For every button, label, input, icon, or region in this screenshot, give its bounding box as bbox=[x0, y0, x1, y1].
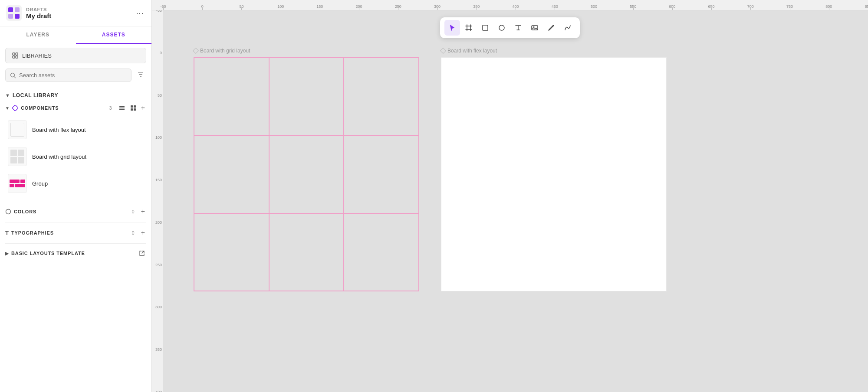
select-tool-icon bbox=[448, 24, 456, 32]
grid-thumb-icon bbox=[10, 150, 24, 163]
grid-board-label: Board with grid layout bbox=[194, 48, 250, 54]
group-thumb-icon bbox=[10, 180, 25, 187]
grid-cell-3 bbox=[344, 58, 419, 135]
tool-frame[interactable] bbox=[461, 20, 477, 36]
divider-3 bbox=[5, 243, 146, 244]
grid-cell-1 bbox=[194, 58, 269, 135]
grid-board[interactable] bbox=[194, 57, 419, 291]
libraries-button[interactable]: LIBRARIES bbox=[5, 48, 146, 63]
typographies-title: TYPOGRAPHIES bbox=[11, 230, 129, 235]
basic-layouts-header[interactable]: ▶ BASIC LAYOUTS TEMPLATE bbox=[0, 246, 151, 260]
ruler-top-tick bbox=[750, 7, 751, 10]
svg-line-10 bbox=[14, 76, 16, 78]
grid-cell-4 bbox=[194, 135, 269, 213]
tool-ellipse[interactable] bbox=[494, 20, 510, 36]
ruler-top-tick bbox=[477, 7, 477, 10]
ruler-top-tick bbox=[241, 7, 242, 10]
text-tool-icon bbox=[514, 24, 522, 32]
curve-tool-icon bbox=[564, 24, 572, 32]
ruler-left-mark: 50 bbox=[152, 93, 162, 98]
components-section: ▼ COMPONENTS 3 bbox=[0, 100, 151, 198]
tool-pen[interactable] bbox=[543, 20, 559, 36]
header-title-group: DRAFTS My draft bbox=[26, 7, 51, 20]
canvas[interactable]: Board with grid layout Board with flex l… bbox=[163, 10, 868, 392]
search-input-wrapper[interactable] bbox=[5, 69, 132, 82]
ruler-left-mark: 250 bbox=[152, 263, 162, 267]
component-thumb-group bbox=[8, 174, 27, 193]
drafts-label: DRAFTS bbox=[26, 7, 51, 12]
ruler-top-tick bbox=[437, 7, 438, 10]
svg-rect-5 bbox=[13, 53, 15, 55]
list-view-icon bbox=[118, 105, 125, 111]
tabs-row: LAYERS ASSETS bbox=[0, 26, 151, 44]
typographies-header[interactable]: T TYPOGRAPHIES 0 + bbox=[0, 225, 151, 241]
ruler-top-tick bbox=[516, 7, 516, 10]
svg-point-24 bbox=[499, 25, 504, 30]
basic-layouts-open[interactable] bbox=[138, 249, 146, 258]
tab-assets[interactable]: ASSETS bbox=[76, 26, 152, 44]
colors-icon bbox=[5, 209, 11, 215]
svg-rect-20 bbox=[131, 108, 133, 111]
svg-rect-18 bbox=[131, 105, 133, 108]
ruler-top-marks: -500501001502002503003504004505005506006… bbox=[163, 0, 868, 10]
tab-layers[interactable]: LAYERS bbox=[0, 26, 76, 44]
components-actions: + bbox=[117, 103, 146, 113]
sort-button[interactable] bbox=[135, 69, 146, 82]
basic-layouts-title: BASIC LAYOUTS TEMPLATE bbox=[11, 251, 135, 256]
divider-2 bbox=[5, 222, 146, 222]
tool-text[interactable] bbox=[510, 20, 526, 36]
typographies-add[interactable]: + bbox=[140, 228, 146, 238]
component-label-grid: Board with grid layout bbox=[32, 154, 86, 160]
grid-board-label-text: Board with grid layout bbox=[200, 48, 250, 54]
ruler-top-tick bbox=[829, 7, 829, 10]
component-item-flex[interactable]: Board with flex layout bbox=[3, 117, 148, 143]
ruler-left-mark: -50 bbox=[152, 10, 162, 13]
components-list-view[interactable] bbox=[117, 103, 127, 113]
pen-tool-icon bbox=[547, 24, 555, 32]
libraries-icon bbox=[12, 52, 19, 59]
ruler-top-tick bbox=[320, 7, 320, 10]
sort-icon bbox=[137, 71, 145, 78]
libraries-label: LIBRARIES bbox=[22, 52, 52, 59]
svg-rect-1 bbox=[8, 7, 13, 12]
basic-layouts-section: ▶ BASIC LAYOUTS TEMPLATE bbox=[0, 246, 151, 260]
ruler-top-tick bbox=[672, 7, 673, 10]
component-item-grid[interactable]: Board with grid layout bbox=[3, 144, 148, 170]
ruler-top-tick bbox=[398, 7, 398, 10]
grid-cell-7 bbox=[194, 213, 269, 291]
colors-title: COLORS bbox=[14, 209, 129, 214]
tool-image[interactable] bbox=[527, 20, 542, 36]
chevron-down-icon-components: ▼ bbox=[5, 106, 10, 111]
flex-board[interactable] bbox=[441, 57, 667, 291]
search-input[interactable] bbox=[19, 72, 127, 78]
more-options-button[interactable]: ⋯ bbox=[134, 7, 145, 20]
ruler-left-mark: 150 bbox=[152, 178, 162, 182]
components-header[interactable]: ▼ COMPONENTS 3 bbox=[0, 100, 151, 116]
project-name: My draft bbox=[26, 12, 51, 20]
ruler-top-tick bbox=[163, 7, 164, 10]
flex-board-label: Board with flex layout bbox=[441, 48, 497, 54]
component-thumb-flex bbox=[8, 120, 27, 139]
svg-point-22 bbox=[6, 209, 11, 214]
components-grid-view[interactable] bbox=[128, 103, 138, 113]
diamond-icon bbox=[12, 105, 18, 111]
component-item-group[interactable]: Group bbox=[3, 170, 148, 196]
tool-rect[interactable] bbox=[477, 20, 493, 36]
colors-header[interactable]: COLORS 0 + bbox=[0, 204, 151, 219]
flex-board-container: Board with flex layout bbox=[441, 57, 667, 291]
chevron-right-icon: ▶ bbox=[5, 251, 9, 256]
divider-1 bbox=[5, 201, 146, 201]
svg-rect-21 bbox=[134, 108, 136, 111]
external-link-icon bbox=[139, 250, 145, 256]
tool-curve[interactable] bbox=[560, 20, 575, 36]
local-library-header[interactable]: ▼ LOCAL LIBRARY bbox=[0, 89, 151, 100]
colors-add[interactable]: + bbox=[140, 206, 146, 217]
tool-select[interactable] bbox=[444, 20, 460, 36]
search-row bbox=[5, 69, 146, 82]
component-label-flex: Board with flex layout bbox=[32, 127, 86, 133]
svg-point-27 bbox=[553, 25, 554, 26]
colors-count: 0 bbox=[132, 209, 135, 214]
main-canvas-area: -500501001502002503003504004505005506006… bbox=[152, 0, 868, 392]
components-add[interactable]: + bbox=[140, 103, 146, 113]
svg-rect-17 bbox=[119, 109, 125, 110]
